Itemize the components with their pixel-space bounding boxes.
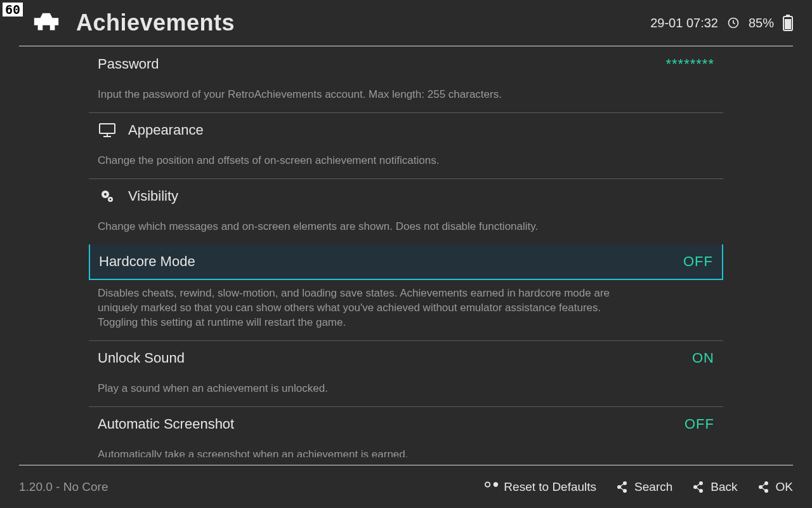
cluster-icon [615, 480, 629, 494]
setting-label: Password [98, 56, 159, 72]
svg-point-14 [623, 481, 627, 485]
svg-point-12 [494, 482, 498, 486]
toggle-icon [485, 480, 499, 494]
setting-value: OFF [683, 253, 713, 270]
svg-point-21 [764, 489, 768, 493]
action-label: OK [776, 480, 793, 494]
fps-counter: 60 [3, 3, 23, 17]
svg-point-13 [617, 485, 621, 489]
setting-appearance[interactable]: Appearance [89, 113, 723, 147]
setting-value: OFF [684, 416, 714, 432]
setting-visibility[interactable]: Visibility [89, 179, 723, 213]
svg-rect-0 [41, 18, 44, 21]
action-label: Search [634, 480, 672, 494]
setting-label: Visibility [128, 188, 178, 204]
svg-point-18 [699, 489, 703, 493]
svg-point-15 [623, 489, 627, 493]
setting-label: Unlock Sound [98, 350, 185, 366]
setting-value: ******** [666, 56, 715, 72]
cluster-icon [757, 480, 771, 494]
setting-label: Hardcore Mode [99, 253, 195, 270]
svg-point-17 [699, 481, 703, 485]
svg-point-8 [104, 193, 107, 196]
reset-to-defaults-button[interactable]: Reset to Defaults [485, 480, 596, 494]
svg-point-10 [110, 199, 112, 201]
gear-icon [98, 189, 117, 204]
setting-description: Play a sound when an achievement is unlo… [89, 375, 634, 406]
setting-description: Change the position and offsets of on-sc… [89, 147, 634, 178]
svg-point-20 [764, 481, 768, 485]
monitor-icon [98, 123, 117, 137]
battery-icon [783, 15, 793, 31]
svg-rect-1 [48, 18, 51, 21]
setting-password[interactable]: Password ******** [89, 52, 723, 81]
page-title: Achievements [76, 10, 650, 36]
search-button[interactable]: Search [615, 480, 672, 494]
svg-point-19 [759, 485, 763, 489]
setting-label: Appearance [128, 122, 204, 138]
settings-list: Password ******** Input the password of … [19, 52, 793, 457]
setting-description: Automatically take a screenshot when an … [89, 441, 634, 457]
setting-description: Disables cheats, rewind, slow-motion, an… [89, 280, 634, 340]
header: Achievements 29-01 07:32 85% [0, 0, 812, 46]
setting-description: Input the password of your RetroAchievem… [89, 81, 634, 112]
setting-label: Automatic Screenshot [98, 416, 234, 432]
cluster-icon [691, 480, 705, 494]
ok-button[interactable]: OK [757, 480, 793, 494]
setting-value: ON [692, 350, 714, 366]
version-text: 1.20.0 - No Core [19, 480, 108, 494]
svg-point-16 [693, 485, 697, 489]
setting-unlock-sound[interactable]: Unlock Sound ON [89, 341, 723, 375]
retroarch-logo-icon [32, 11, 61, 34]
setting-automatic-screenshot[interactable]: Automatic Screenshot OFF [89, 407, 723, 441]
action-label: Back [710, 480, 737, 494]
svg-point-11 [485, 482, 490, 486]
clock-icon [727, 17, 740, 29]
svg-rect-6 [100, 124, 115, 133]
back-button[interactable]: Back [691, 480, 737, 494]
setting-hardcore-mode[interactable]: Hardcore Mode OFF [89, 244, 723, 280]
footer: 1.20.0 - No Core Reset to Defaults Searc… [19, 465, 793, 508]
setting-description: Change which messages and on-screen elem… [89, 213, 634, 244]
action-label: Reset to Defaults [504, 480, 596, 494]
battery-text: 85% [749, 16, 774, 30]
svg-rect-5 [785, 19, 791, 29]
datetime-text: 29-01 07:32 [650, 16, 718, 30]
